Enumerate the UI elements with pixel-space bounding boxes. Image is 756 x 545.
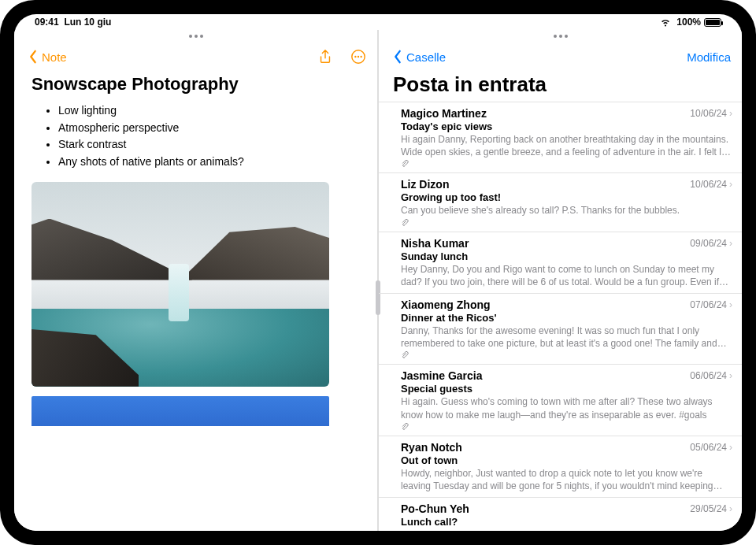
more-icon[interactable] (350, 49, 366, 65)
screen: 09:41 Lun 10 giu 100% Not (14, 14, 742, 531)
mail-date: 29/05/24 › (690, 503, 732, 514)
notes-app: Note Snowscape Photography Low lig (14, 30, 377, 531)
mail-preview: Hi again. Guess who's coming to town wit… (401, 395, 732, 421)
multitasking-dots-right[interactable] (379, 30, 742, 43)
mail-date: 10/06/24 › (690, 108, 732, 119)
mail-preview: Can you believe she's already so tall? P… (401, 204, 732, 217)
mail-navbar: Caselle Modifica (379, 43, 742, 71)
paperclip-icon (401, 219, 732, 227)
mail-subject: Special guests (401, 383, 732, 395)
svg-point-1 (354, 56, 356, 57)
chevron-right-icon: › (729, 442, 732, 453)
chevron-right-icon: › (729, 503, 732, 514)
mail-sender: Jasmine Garcia (401, 369, 483, 382)
mail-sender: Po-Chun Yeh (401, 502, 469, 515)
mail-subject: Sunday lunch (401, 250, 732, 262)
paperclip-icon (401, 423, 732, 431)
svg-point-2 (358, 56, 359, 57)
mail-date: 10/06/24 › (690, 179, 732, 190)
note-bullet: Atmospheric perspective (58, 120, 360, 137)
mail-date: 07/06/24 › (690, 299, 732, 310)
status-date: Lun 10 giu (64, 17, 111, 28)
mail-item[interactable]: Jasmine Garcia06/06/24 ›Special guestsHi… (379, 365, 742, 436)
mail-sender: Liz Dizon (401, 178, 449, 191)
mail-preview: Howdy, neighbor, Just wanted to drop a q… (401, 467, 732, 492)
ipad-frame: 09:41 Lun 10 giu 100% Not (0, 0, 756, 545)
note-bullets: Low lighting Atmospheric perspective Sta… (32, 102, 360, 171)
mail-subject: Lunch call? (401, 516, 732, 528)
mail-list[interactable]: Magico Martinez10/06/24 ›Today's epic vi… (379, 102, 742, 531)
mail-date: 05/06/24 › (690, 442, 732, 453)
mail-sender: Xiaomeng Zhong (401, 298, 491, 311)
note-image-waterfall[interactable] (32, 182, 329, 387)
mail-subject: Growing up too fast! (401, 191, 732, 203)
mail-item[interactable]: Liz Dizon10/06/24 ›Growing up too fast!C… (379, 173, 742, 232)
notes-back-button[interactable]: Note (25, 49, 67, 65)
split-view: Note Snowscape Photography Low lig (14, 30, 742, 531)
chevron-right-icon: › (729, 238, 732, 249)
chevron-left-icon (25, 49, 41, 65)
chevron-right-icon: › (729, 299, 732, 310)
mail-edit-button[interactable]: Modifica (687, 50, 731, 64)
share-icon[interactable] (317, 49, 333, 65)
mail-preview: Hi again Danny, Reporting back on anothe… (401, 133, 732, 158)
battery-icon (704, 18, 721, 27)
note-bullet: Any shots of native plants or animals? (58, 154, 360, 171)
note-title: Snowscape Photography (32, 74, 360, 95)
wifi-icon (658, 14, 673, 30)
status-left: 09:41 Lun 10 giu (35, 17, 111, 28)
mail-sender: Nisha Kumar (401, 237, 469, 250)
mail-item[interactable]: Po-Chun Yeh29/05/24 ›Lunch call? (379, 498, 742, 531)
chevron-left-icon (390, 49, 406, 65)
status-bar: 09:41 Lun 10 giu 100% (14, 14, 742, 30)
mail-date: 06/06/24 › (690, 370, 732, 381)
mail-preview: Danny, Thanks for the awesome evening! I… (401, 324, 732, 350)
multitasking-dots-left[interactable] (14, 30, 377, 43)
mail-title: Posta in entrata (379, 71, 742, 102)
mail-sender: Ryan Notch (401, 441, 462, 454)
note-image-partial[interactable] (32, 396, 329, 426)
chevron-right-icon: › (729, 108, 732, 119)
mail-item[interactable]: Ryan Notch05/06/24 ›Out of townHowdy, ne… (379, 436, 742, 498)
notes-back-label: Note (42, 50, 67, 64)
battery-percent: 100% (676, 17, 701, 28)
note-content[interactable]: Snowscape Photography Low lighting Atmos… (14, 71, 377, 531)
mail-sender: Magico Martinez (401, 107, 487, 120)
mail-preview: Hey Danny, Do you and Rigo want to come … (401, 263, 732, 288)
mail-item[interactable]: Nisha Kumar09/06/24 ›Sunday lunchHey Dan… (379, 232, 742, 294)
status-right: 100% (658, 14, 721, 30)
status-time: 09:41 (35, 17, 59, 28)
chevron-right-icon: › (729, 370, 732, 381)
note-bullet: Low lighting (58, 102, 360, 120)
mail-date: 09/06/24 › (690, 238, 732, 249)
paperclip-icon (401, 160, 732, 168)
mail-back-label: Caselle (406, 50, 446, 64)
mail-item[interactable]: Magico Martinez10/06/24 ›Today's epic vi… (379, 102, 742, 173)
mail-subject: Out of town (401, 454, 732, 466)
chevron-right-icon: › (729, 179, 732, 190)
mail-item[interactable]: Xiaomeng Zhong07/06/24 ›Dinner at the Ri… (379, 294, 742, 365)
notes-navbar: Note (14, 43, 377, 71)
paperclip-icon (401, 351, 732, 359)
note-bullet: Stark contrast (58, 136, 360, 154)
mail-subject: Today's epic views (401, 120, 732, 132)
svg-point-3 (360, 56, 361, 57)
mail-back-button[interactable]: Caselle (390, 49, 446, 65)
mail-subject: Dinner at the Ricos' (401, 312, 732, 324)
mail-app: Caselle Modifica Posta in entrata Magico… (379, 30, 742, 531)
